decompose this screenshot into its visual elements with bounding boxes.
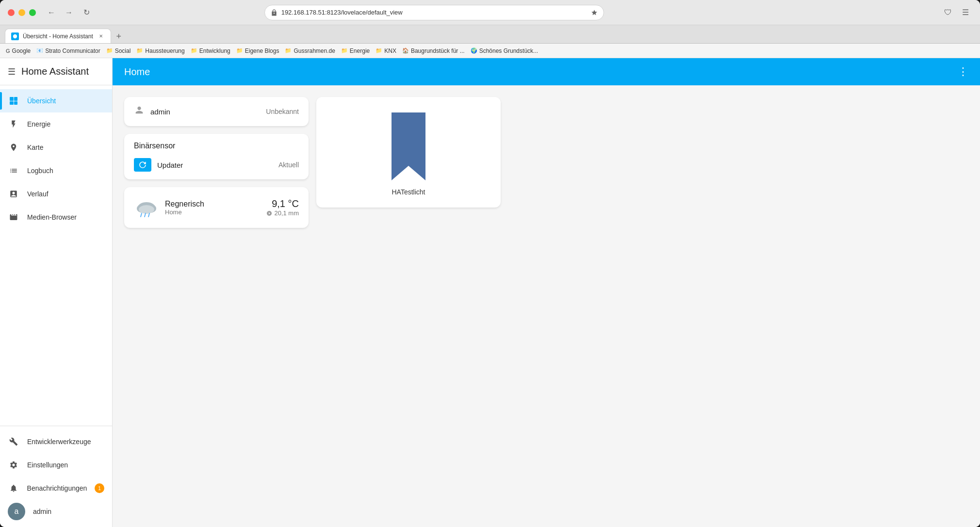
bookmark-energie[interactable]: 📁 Energie (341, 48, 370, 54)
light-name: HATestlicht (392, 188, 425, 196)
svg-line-5 (141, 213, 142, 217)
updater-icon (134, 158, 151, 172)
browser-menu-button[interactable]: ☰ (959, 6, 972, 19)
weather-precipitation: 20,1 mm (266, 209, 299, 217)
shield-button[interactable]: 🛡 (941, 6, 955, 19)
sidebar-item-entwicklerwerkzeuge[interactable]: Entwicklerwerkzeuge (0, 430, 112, 453)
weather-info: Regnerisch Home (165, 200, 261, 216)
sensor-row: Updater Aktuell (124, 154, 309, 179)
reload-button[interactable]: ↻ (80, 6, 93, 19)
sidebar-item-energie[interactable]: Energie (0, 112, 112, 136)
left-column: admin Unbekannt Binärsensor (124, 97, 309, 228)
bookmark-blogs[interactable]: 📁 Eigene Blogs (236, 48, 279, 54)
maximize-button[interactable] (29, 9, 36, 16)
bookmark-haussteuerung[interactable]: 📁 Haussteuerung (136, 48, 184, 54)
person-status: Unbekannt (266, 108, 299, 115)
sidebar-item-label: Karte (27, 144, 43, 151)
svg-line-6 (145, 213, 146, 217)
lock-icon (271, 9, 278, 16)
energie-icon (8, 120, 19, 128)
traffic-lights (8, 9, 36, 16)
sidebar-bottom: Entwicklerwerkzeuge Einstellungen Benach… (0, 426, 112, 527)
sidebar-item-label: Entwicklerwerkzeuge (27, 438, 91, 446)
sidebar-item-admin[interactable]: a admin (0, 500, 112, 523)
star-icon[interactable] (591, 9, 598, 16)
url-display: 192.168.178.51:8123/lovelace/default_vie… (281, 9, 403, 16)
weather-row: Regnerisch Home 9,1 °C 20,1 mm (124, 187, 309, 228)
karte-icon (8, 143, 19, 152)
sidebar-nav: Übersicht Energie Karte (0, 85, 112, 426)
person-icon (134, 105, 145, 118)
sidebar-item-benachrichtigungen[interactable]: Benachrichtigungen 1 (0, 477, 112, 500)
sidebar-item-logbuch[interactable]: Logbuch (0, 159, 112, 182)
page-title: Home (124, 66, 958, 78)
sensor-name: Updater (157, 161, 273, 169)
bookmark-schones[interactable]: 🌍 Schönes Grundstück... (471, 48, 538, 54)
minimize-button[interactable] (18, 9, 25, 16)
back-button[interactable]: ← (45, 6, 58, 19)
sensor-card[interactable]: Binärsensor Updater Aktuell (124, 134, 309, 179)
tab-bar: Übersicht - Home Assistant ✕ + (0, 25, 980, 44)
bookmark-social[interactable]: 📁 Social (106, 48, 131, 54)
header-menu-button[interactable]: ⋮ (958, 65, 968, 78)
person-name: admin (150, 108, 260, 116)
bookmark-knx[interactable]: 📁 KNX (376, 48, 396, 54)
sidebar-item-medien-browser[interactable]: Medien-Browser (0, 206, 112, 229)
bookmark-gussrahmen[interactable]: 📁 Gussrahmen.de (285, 48, 335, 54)
active-tab[interactable]: Übersicht - Home Assistant ✕ (5, 29, 111, 43)
sensor-title: Binärsensor (134, 142, 175, 150)
tab-close-button[interactable]: ✕ (97, 32, 105, 40)
close-button[interactable] (8, 9, 15, 16)
sidebar-item-karte[interactable]: Karte (0, 136, 112, 159)
bookmark-entwicklung[interactable]: 📁 Entwicklung (191, 48, 230, 54)
bookmark-baugrundstuck[interactable]: 🏠 Baugrundstück für ... (402, 48, 465, 54)
active-indicator (0, 92, 2, 110)
logbuch-icon (8, 166, 19, 175)
bookmark-google[interactable]: G Google (6, 48, 31, 54)
light-card[interactable]: HATestlicht (316, 97, 501, 208)
sidebar-item-label: Einstellungen (27, 461, 68, 469)
person-card[interactable]: admin Unbekannt (124, 97, 309, 126)
svg-point-4 (139, 205, 154, 214)
sidebar-item-label: Benachrichtigungen (27, 484, 87, 492)
weather-card[interactable]: Regnerisch Home 9,1 °C 20,1 mm (124, 187, 309, 228)
sensor-value: Aktuell (278, 161, 299, 169)
browser-nav: ← → ↻ (45, 6, 93, 19)
sidebar-item-label: Verlauf (27, 190, 49, 198)
sidebar-item-einstellungen[interactable]: Einstellungen (0, 453, 112, 477)
bookmarks-bar: G Google 📧 Strato Communicator 📁 Social … (0, 44, 980, 58)
main-header: Home ⋮ (113, 58, 980, 85)
weather-icon (134, 195, 159, 220)
precipitation-value: 20,1 mm (274, 209, 299, 217)
precipitation-icon (266, 210, 272, 216)
sidebar-item-ubersicht[interactable]: Übersicht (0, 89, 112, 112)
browser-titlebar: ← → ↻ 192.168.178.51:8123/lovelace/defau… (0, 0, 980, 25)
sidebar-item-verlauf[interactable]: Verlauf (0, 182, 112, 206)
main-content: Home ⋮ admin Unbekannt (113, 58, 980, 527)
verlauf-icon (8, 190, 19, 198)
entwicklerwerkzeuge-icon (8, 437, 19, 446)
einstellungen-icon (8, 461, 19, 469)
sidebar-item-label: Medien-Browser (27, 213, 77, 221)
sidebar-item-label: Logbuch (27, 167, 53, 175)
app-content: ☰ Home Assistant Übersicht (0, 58, 980, 527)
weather-condition: Regnerisch (165, 200, 261, 208)
weather-right: 9,1 °C 20,1 mm (266, 198, 299, 217)
sidebar-menu-icon[interactable]: ☰ (8, 66, 16, 77)
sidebar: ☰ Home Assistant Übersicht (0, 58, 113, 527)
browser-window: ← → ↻ 192.168.178.51:8123/lovelace/defau… (0, 0, 980, 527)
medien-browser-icon (8, 213, 19, 222)
sensor-header: Binärsensor (124, 134, 309, 154)
sidebar-item-label: Energie (27, 120, 50, 128)
sidebar-header: ☰ Home Assistant (0, 58, 112, 85)
sidebar-item-label: admin (33, 508, 51, 515)
address-bar[interactable]: 192.168.178.51:8123/lovelace/default_vie… (264, 5, 604, 20)
weather-temperature: 9,1 °C (266, 198, 299, 209)
svg-line-7 (148, 213, 149, 217)
new-tab-button[interactable]: + (112, 30, 126, 43)
tab-favicon (11, 32, 19, 40)
benachrichtigungen-icon (8, 484, 19, 493)
forward-button[interactable]: → (62, 6, 76, 19)
svg-point-0 (13, 34, 17, 38)
bookmark-strato[interactable]: 📧 Strato Communicator (36, 48, 100, 54)
